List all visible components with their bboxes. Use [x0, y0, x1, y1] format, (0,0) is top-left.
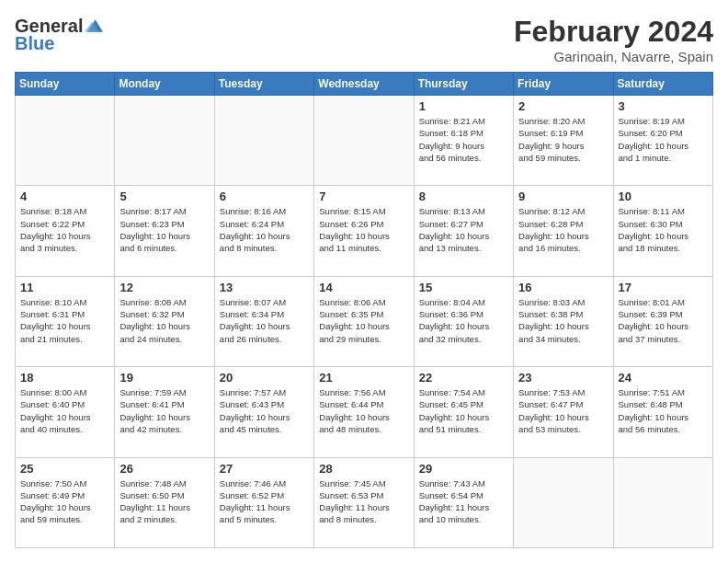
day-number: 15	[419, 281, 508, 294]
day-number: 19	[119, 371, 209, 385]
calendar-cell: 1Sunrise: 8:21 AM Sunset: 6:18 PM Daylig…	[414, 96, 513, 186]
day-number: 5	[119, 190, 209, 203]
calendar-cell: 8Sunrise: 8:13 AM Sunset: 6:27 PM Daylig…	[414, 186, 513, 276]
day-info: Sunrise: 8:12 AM Sunset: 6:28 PM Dayligh…	[518, 205, 608, 254]
day-info: Sunrise: 8:04 AM Sunset: 6:36 PM Dayligh…	[419, 296, 508, 345]
calendar-week-row: 11Sunrise: 8:10 AM Sunset: 6:31 PM Dayli…	[16, 276, 713, 366]
calendar-cell: 29Sunrise: 7:43 AM Sunset: 6:54 PM Dayli…	[414, 457, 513, 547]
day-info: Sunrise: 8:03 AM Sunset: 6:38 PM Dayligh…	[518, 296, 608, 345]
day-number: 12	[119, 281, 209, 294]
day-info: Sunrise: 8:18 AM Sunset: 6:22 PM Dayligh…	[20, 205, 109, 254]
day-number: 23	[518, 371, 608, 385]
day-info: Sunrise: 8:11 AM Sunset: 6:30 PM Dayligh…	[619, 205, 708, 254]
calendar-cell: 3Sunrise: 8:19 AM Sunset: 6:20 PM Daylig…	[613, 96, 712, 186]
calendar-cell: 28Sunrise: 7:45 AM Sunset: 6:53 PM Dayli…	[314, 457, 414, 547]
day-number: 27	[220, 462, 309, 476]
weekday-header-monday: Monday	[115, 73, 214, 96]
day-number: 26	[119, 462, 209, 476]
calendar-cell: 15Sunrise: 8:04 AM Sunset: 6:36 PM Dayli…	[414, 276, 513, 366]
title-block: February 2024 Garinoain, Navarre, Spain	[514, 15, 713, 64]
day-number: 20	[220, 371, 309, 385]
day-number: 2	[518, 99, 608, 113]
day-number: 29	[419, 462, 508, 476]
calendar-week-row: 25Sunrise: 7:50 AM Sunset: 6:49 PM Dayli…	[16, 457, 713, 547]
day-info: Sunrise: 8:20 AM Sunset: 6:19 PM Dayligh…	[518, 115, 608, 164]
calendar-cell: 5Sunrise: 8:17 AM Sunset: 6:23 PM Daylig…	[115, 186, 214, 276]
day-info: Sunrise: 8:16 AM Sunset: 6:24 PM Dayligh…	[220, 205, 309, 254]
day-info: Sunrise: 8:10 AM Sunset: 6:31 PM Dayligh…	[20, 296, 109, 345]
calendar-cell: 6Sunrise: 8:16 AM Sunset: 6:24 PM Daylig…	[214, 186, 313, 276]
calendar-cell: 20Sunrise: 7:57 AM Sunset: 6:43 PM Dayli…	[214, 367, 313, 457]
day-info: Sunrise: 7:51 AM Sunset: 6:48 PM Dayligh…	[619, 386, 708, 435]
day-info: Sunrise: 8:06 AM Sunset: 6:35 PM Dayligh…	[319, 296, 408, 345]
calendar-week-row: 4Sunrise: 8:18 AM Sunset: 6:22 PM Daylig…	[16, 186, 713, 276]
day-info: Sunrise: 7:56 AM Sunset: 6:44 PM Dayligh…	[319, 386, 408, 435]
day-info: Sunrise: 7:46 AM Sunset: 6:52 PM Dayligh…	[220, 477, 309, 526]
day-info: Sunrise: 8:21 AM Sunset: 6:18 PM Dayligh…	[419, 115, 508, 164]
calendar-cell	[514, 457, 613, 547]
calendar-cell: 13Sunrise: 8:07 AM Sunset: 6:34 PM Dayli…	[214, 276, 313, 366]
calendar-cell: 17Sunrise: 8:01 AM Sunset: 6:39 PM Dayli…	[613, 276, 712, 366]
day-info: Sunrise: 7:50 AM Sunset: 6:49 PM Dayligh…	[20, 477, 109, 526]
day-number: 11	[20, 281, 109, 294]
day-info: Sunrise: 7:59 AM Sunset: 6:41 PM Dayligh…	[119, 386, 209, 435]
day-number: 14	[319, 281, 408, 294]
calendar-cell: 24Sunrise: 7:51 AM Sunset: 6:48 PM Dayli…	[613, 367, 712, 457]
day-number: 1	[419, 99, 508, 113]
day-info: Sunrise: 7:54 AM Sunset: 6:45 PM Dayligh…	[419, 386, 508, 435]
day-number: 10	[619, 190, 708, 203]
day-number: 8	[419, 190, 508, 203]
logo-icon	[85, 17, 103, 35]
calendar-cell: 14Sunrise: 8:06 AM Sunset: 6:35 PM Dayli…	[314, 276, 414, 366]
calendar-cell: 25Sunrise: 7:50 AM Sunset: 6:49 PM Dayli…	[16, 457, 115, 547]
page: General Blue February 2024 Garinoain, Na…	[0, 0, 728, 563]
calendar-cell	[115, 96, 214, 186]
day-info: Sunrise: 8:01 AM Sunset: 6:39 PM Dayligh…	[619, 296, 708, 345]
day-info: Sunrise: 7:45 AM Sunset: 6:53 PM Dayligh…	[319, 477, 408, 526]
day-info: Sunrise: 8:13 AM Sunset: 6:27 PM Dayligh…	[419, 205, 508, 254]
calendar-cell: 16Sunrise: 8:03 AM Sunset: 6:38 PM Dayli…	[514, 276, 613, 366]
weekday-header-friday: Friday	[514, 73, 613, 96]
calendar-title: February 2024	[514, 15, 713, 49]
calendar-subtitle: Garinoain, Navarre, Spain	[514, 49, 713, 64]
day-number: 4	[20, 190, 109, 203]
calendar-week-row: 1Sunrise: 8:21 AM Sunset: 6:18 PM Daylig…	[16, 96, 713, 186]
day-info: Sunrise: 7:57 AM Sunset: 6:43 PM Dayligh…	[220, 386, 309, 435]
day-info: Sunrise: 8:15 AM Sunset: 6:26 PM Dayligh…	[319, 205, 408, 254]
day-info: Sunrise: 7:53 AM Sunset: 6:47 PM Dayligh…	[518, 386, 608, 435]
day-number: 17	[619, 281, 708, 294]
calendar-cell: 18Sunrise: 8:00 AM Sunset: 6:40 PM Dayli…	[16, 367, 115, 457]
calendar-cell: 27Sunrise: 7:46 AM Sunset: 6:52 PM Dayli…	[214, 457, 313, 547]
day-number: 6	[220, 190, 309, 203]
day-number: 7	[319, 190, 408, 203]
weekday-header-row: SundayMondayTuesdayWednesdayThursdayFrid…	[16, 73, 713, 96]
calendar-cell: 2Sunrise: 8:20 AM Sunset: 6:19 PM Daylig…	[514, 96, 613, 186]
calendar-cell	[214, 96, 313, 186]
calendar-cell	[16, 96, 115, 186]
day-number: 9	[518, 190, 608, 203]
day-number: 25	[20, 462, 109, 476]
day-number: 13	[220, 281, 309, 294]
header: General Blue February 2024 Garinoain, Na…	[15, 15, 713, 64]
logo: General Blue	[15, 15, 105, 54]
calendar-cell: 21Sunrise: 7:56 AM Sunset: 6:44 PM Dayli…	[314, 367, 414, 457]
calendar-cell: 11Sunrise: 8:10 AM Sunset: 6:31 PM Dayli…	[16, 276, 115, 366]
weekday-header-sunday: Sunday	[16, 73, 115, 96]
weekday-header-saturday: Saturday	[613, 73, 712, 96]
calendar-cell: 9Sunrise: 8:12 AM Sunset: 6:28 PM Daylig…	[514, 186, 613, 276]
calendar-cell: 22Sunrise: 7:54 AM Sunset: 6:45 PM Dayli…	[414, 367, 513, 457]
day-info: Sunrise: 8:17 AM Sunset: 6:23 PM Dayligh…	[119, 205, 209, 254]
day-info: Sunrise: 7:43 AM Sunset: 6:54 PM Dayligh…	[419, 477, 508, 526]
day-number: 3	[619, 99, 708, 113]
calendar-cell: 26Sunrise: 7:48 AM Sunset: 6:50 PM Dayli…	[115, 457, 214, 547]
calendar-cell: 4Sunrise: 8:18 AM Sunset: 6:22 PM Daylig…	[16, 186, 115, 276]
calendar-table: SundayMondayTuesdayWednesdayThursdayFrid…	[15, 72, 713, 548]
day-number: 18	[20, 371, 109, 385]
calendar-cell: 12Sunrise: 8:08 AM Sunset: 6:32 PM Dayli…	[115, 276, 214, 366]
calendar-cell	[314, 96, 414, 186]
calendar-cell: 7Sunrise: 8:15 AM Sunset: 6:26 PM Daylig…	[314, 186, 414, 276]
day-info: Sunrise: 8:00 AM Sunset: 6:40 PM Dayligh…	[20, 386, 109, 435]
day-info: Sunrise: 8:07 AM Sunset: 6:34 PM Dayligh…	[220, 296, 309, 345]
day-number: 28	[319, 462, 408, 476]
day-number: 21	[319, 371, 408, 385]
